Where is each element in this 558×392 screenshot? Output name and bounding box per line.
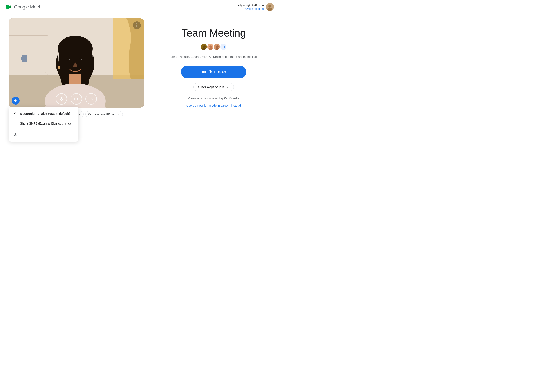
other-ways-button[interactable]: Other ways to join — [193, 83, 234, 91]
join-camera-icon — [201, 70, 206, 75]
dropdown-item-1-label: MacBook Pro Mic (System default) — [20, 112, 70, 115]
svg-point-3 — [268, 5, 271, 8]
camera-small-icon — [88, 113, 91, 116]
calendar-mode-label: Virtually — [229, 97, 239, 100]
svg-rect-30 — [17, 100, 17, 101]
avatar-image — [266, 3, 274, 11]
main-content: MacBook Pro mic MacBook Pro sp... — [0, 14, 279, 196]
svg-point-20 — [69, 59, 70, 60]
svg-rect-50 — [202, 71, 204, 73]
participants-row: +5 — [200, 43, 227, 50]
check-icon: ✓ — [13, 111, 17, 116]
svg-rect-51 — [225, 98, 227, 99]
account-area: risalynes@ink-42.com Switch account — [236, 3, 274, 11]
camera-icon — [74, 96, 79, 101]
svg-rect-38 — [88, 114, 90, 115]
visual-effects-button[interactable] — [86, 93, 97, 104]
participants-description: Lena Thomlin, Ethan Smith, Ali Smith and… — [170, 55, 257, 59]
toggle-camera-button[interactable] — [71, 93, 82, 104]
noise-cancel-button[interactable] — [12, 97, 20, 104]
svg-point-23 — [58, 68, 60, 69]
svg-rect-29 — [16, 100, 16, 102]
calendar-info-text: Calendar shows you joining — [188, 97, 223, 100]
join-button-label: Join now — [209, 69, 226, 75]
svg-point-45 — [209, 45, 212, 48]
participants-count-badge: +5 — [220, 43, 227, 50]
effects-sparkle-icon — [89, 96, 94, 101]
dropdown-divider — [9, 129, 78, 129]
camera-selector[interactable]: FaceTime HD ca... — [86, 111, 123, 117]
companion-mode-link[interactable]: Use Companion mode in a room instead — [186, 104, 241, 107]
mic-level-bar — [20, 135, 74, 136]
video-controls — [56, 93, 97, 104]
logo-area: Google Meet — [5, 3, 40, 10]
microphone-icon — [59, 96, 64, 101]
account-email: risalynes@ink-42.com — [236, 3, 264, 7]
account-info: risalynes@ink-42.com Switch account — [236, 3, 264, 11]
calendar-mode-icon — [224, 96, 227, 100]
participant-avatar-1 — [200, 43, 207, 50]
other-ways-label: Other ways to join — [198, 85, 224, 89]
video-more-options-button[interactable] — [133, 21, 141, 29]
mute-microphone-button[interactable] — [56, 93, 67, 104]
meeting-title: Team Meeting — [181, 27, 246, 39]
camera-dropdown-chevron-icon — [117, 113, 120, 116]
join-now-button[interactable]: Join now — [181, 66, 246, 78]
svg-point-42 — [203, 45, 206, 48]
video-preview-container — [9, 18, 144, 108]
svg-rect-27 — [14, 100, 15, 101]
speaker-dropdown-chevron-icon — [78, 113, 81, 116]
switch-account-link[interactable]: Switch account — [245, 7, 264, 10]
header: Google Meet risalynes@ink-42.com Switch … — [0, 0, 279, 14]
svg-rect-28 — [15, 100, 16, 101]
svg-rect-31 — [61, 97, 62, 99]
noise-cancel-icon — [14, 99, 18, 102]
other-ways-chevron-icon — [226, 85, 229, 89]
participant-avatar-2 — [207, 43, 214, 50]
svg-rect-34 — [74, 98, 77, 100]
svg-point-48 — [216, 45, 219, 48]
mic-level-icon — [13, 133, 17, 137]
svg-point-21 — [81, 59, 82, 60]
video-section: MacBook Pro mic MacBook Pro sp... — [9, 18, 144, 117]
three-dots-icon — [136, 23, 137, 27]
logo-text: Google Meet — [14, 4, 40, 10]
dropdown-item-macbook-mic[interactable]: ✓ MacBook Pro Mic (System default) — [9, 109, 78, 119]
camera-device-label: FaceTime HD ca... — [93, 113, 116, 116]
microphone-dropdown: ✓ MacBook Pro Mic (System default) Shure… — [9, 107, 78, 142]
google-meet-logo-icon — [5, 3, 12, 10]
mic-level-indicator — [9, 130, 78, 140]
dropdown-item-2-label: Shure SM7B (External Bluetooth mic) — [20, 122, 71, 125]
mic-level-fill — [20, 135, 28, 136]
meeting-info-section: Team Meeting — [157, 18, 270, 107]
dropdown-item-shure-mic[interactable]: Shure SM7B (External Bluetooth mic) — [9, 119, 78, 128]
svg-rect-39 — [15, 133, 16, 136]
participant-avatar-3 — [213, 43, 220, 50]
svg-point-22 — [58, 66, 60, 68]
user-avatar[interactable] — [266, 3, 274, 11]
calendar-info: Calendar shows you joining Virtually — [188, 96, 239, 100]
